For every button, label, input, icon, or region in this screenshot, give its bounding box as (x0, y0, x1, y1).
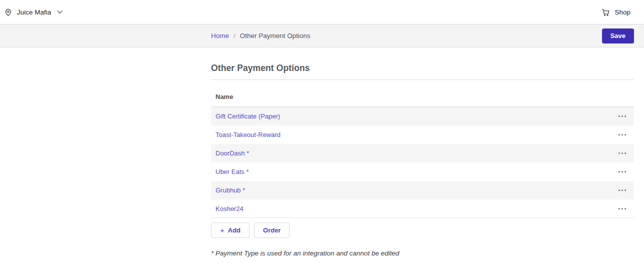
breadcrumb-current: Other Payment Options (240, 32, 310, 40)
payment-option-link[interactable]: Grubhub * (216, 186, 245, 194)
row-menu-ellipsis-icon[interactable] (618, 188, 626, 193)
row-menu-ellipsis-icon[interactable] (618, 169, 626, 174)
table-row: Grubhub * (211, 181, 634, 200)
shop-label: Shop (614, 8, 630, 16)
row-menu-ellipsis-icon[interactable] (618, 206, 626, 212)
payment-options-table: Name Gift Certificate (Paper) Toast-Take… (211, 88, 634, 218)
row-menu-ellipsis-icon[interactable] (618, 132, 626, 138)
shopping-cart-icon (601, 8, 610, 17)
shop-link[interactable]: Shop (601, 8, 630, 17)
add-button[interactable]: + Add (211, 222, 250, 238)
breadcrumb: Home / Other Payment Options (211, 32, 310, 40)
payment-option-link[interactable]: Kosher24 (216, 205, 244, 212)
location-pin-icon (4, 8, 12, 16)
order-button-label: Order (263, 226, 280, 234)
table-header-name: Name (211, 88, 634, 107)
row-menu-ellipsis-icon[interactable] (618, 114, 626, 119)
payment-option-link[interactable]: Gift Certificate (Paper) (216, 112, 280, 120)
location-name: Juice Mafia (17, 8, 51, 16)
row-menu-ellipsis-icon[interactable] (618, 150, 626, 156)
table-actions: + Add Order (211, 222, 634, 238)
location-switcher[interactable]: Juice Mafia (4, 8, 62, 16)
table-row: Gift Certificate (Paper) (211, 107, 634, 126)
breadcrumb-bar: Home / Other Payment Options Save (0, 24, 644, 48)
order-button[interactable]: Order (254, 222, 290, 238)
add-button-label: Add (228, 226, 240, 234)
table-row: Uber Eats * (211, 162, 634, 181)
plus-icon: + (220, 226, 224, 234)
breadcrumb-home-link[interactable]: Home (211, 32, 229, 40)
top-bar: Juice Mafia Shop (0, 0, 644, 24)
chevron-down-icon (57, 10, 62, 14)
table-row: Kosher24 (211, 200, 634, 218)
main-content: Other Payment Options Name Gift Certific… (211, 63, 634, 257)
payment-option-link[interactable]: DoorDash * (216, 150, 249, 157)
integration-footnote: * Payment Type is used for an integratio… (211, 250, 634, 257)
payment-option-link[interactable]: Uber Eats * (216, 168, 248, 176)
page-title: Other Payment Options (211, 63, 634, 80)
table-row: DoorDash * (211, 144, 634, 162)
table-row: Toast-Takeout-Reward (211, 126, 634, 144)
save-button[interactable]: Save (602, 28, 634, 44)
breadcrumb-separator: / (234, 32, 236, 40)
payment-option-link[interactable]: Toast-Takeout-Reward (216, 131, 280, 138)
